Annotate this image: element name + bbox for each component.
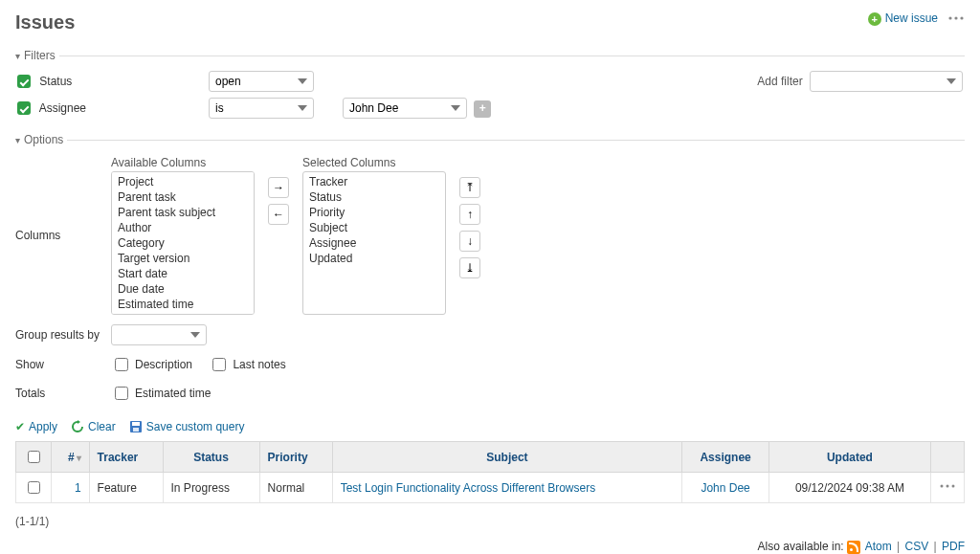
list-item[interactable]: Subject	[303, 220, 445, 235]
list-item[interactable]: Project	[112, 174, 254, 189]
col-header-assignee[interactable]: Assignee	[682, 442, 769, 473]
list-item[interactable]: Target version	[112, 251, 254, 266]
totals-label: Totals	[15, 387, 111, 400]
svg-point-0	[948, 17, 951, 20]
list-item[interactable]: Category	[112, 235, 254, 251]
export-prefix: Also available in:	[758, 540, 844, 553]
export-links: Also available in: Atom | CSV | PDF	[15, 540, 965, 554]
plus-circle-icon	[868, 12, 881, 26]
export-csv-link[interactable]: CSV	[905, 540, 929, 553]
pagination-info: (1-1/1)	[15, 515, 965, 528]
filter-enabled-check-icon[interactable]	[17, 101, 31, 115]
list-item[interactable]: Updated	[303, 251, 445, 266]
sort-desc-icon: ▾	[77, 453, 81, 463]
col-header-priority[interactable]: Priority	[259, 442, 332, 473]
clear-link[interactable]: Clear	[71, 420, 116, 433]
svg-point-6	[941, 485, 944, 488]
issue-id-link[interactable]: 1	[75, 481, 81, 495]
options-legend[interactable]: ▾Options	[15, 133, 67, 146]
svg-rect-5	[133, 428, 139, 432]
totals-estimated-time-option[interactable]: Estimated time	[111, 384, 211, 403]
available-columns-list[interactable]: ProjectParent taskParent task subjectAut…	[111, 171, 255, 315]
move-left-button[interactable]: ←	[268, 204, 289, 225]
filters-legend[interactable]: ▾Filters	[15, 49, 59, 62]
cell-tracker: Feature	[89, 473, 163, 503]
filter-operator-select[interactable]: is	[209, 98, 314, 119]
export-atom-link[interactable]: Atom	[865, 540, 892, 553]
table-row[interactable]: 1 Feature In Progress Normal Test Login …	[16, 473, 965, 503]
show-description-option[interactable]: Description	[111, 355, 192, 374]
list-item[interactable]: Author	[112, 220, 254, 235]
filter-value-select[interactable]: John Dee	[343, 98, 467, 119]
move-down-button[interactable]: ↓	[459, 231, 480, 252]
page-title: Issues	[15, 11, 75, 33]
group-results-select[interactable]	[111, 324, 207, 345]
row-actions-icon[interactable]	[939, 481, 956, 495]
svg-rect-4	[132, 422, 140, 426]
svg-point-7	[947, 485, 949, 488]
options-fieldset: ▾Options Columns Available Columns Proje…	[15, 133, 965, 407]
apply-link[interactable]: ✔Apply	[15, 420, 57, 433]
list-item[interactable]: Parent task	[112, 189, 254, 205]
move-right-button[interactable]: →	[268, 177, 289, 198]
show-description-checkbox[interactable]	[115, 358, 128, 371]
list-item[interactable]: Due date	[112, 281, 254, 297]
check-icon: ✔	[15, 420, 25, 433]
list-item[interactable]: Priority	[303, 205, 445, 220]
show-last-notes-option[interactable]: Last notes	[209, 355, 285, 374]
list-item[interactable]: Tracker	[303, 174, 445, 189]
cell-status: In Progress	[163, 473, 259, 503]
cell-updated: 09/12/2024 09:38 AM	[768, 473, 930, 503]
col-header-tracker[interactable]: Tracker	[89, 442, 163, 473]
assignee-link[interactable]: John Dee	[701, 481, 749, 495]
columns-label: Columns	[15, 229, 111, 242]
filter-field-label: Assignee	[39, 101, 86, 115]
save-query-link[interactable]: Save custom query	[129, 420, 245, 433]
group-results-label: Group results by	[15, 328, 111, 342]
selected-columns-title: Selected Columns	[302, 156, 446, 169]
list-item[interactable]: Total estimated time	[112, 312, 254, 315]
row-checkbox[interactable]	[28, 481, 40, 494]
col-header-updated[interactable]: Updated	[768, 442, 930, 473]
svg-point-8	[952, 485, 955, 488]
show-last-notes-checkbox[interactable]	[212, 358, 226, 371]
svg-point-2	[960, 17, 963, 20]
select-all-checkbox[interactable]	[28, 451, 40, 463]
list-item[interactable]: Estimated time	[112, 297, 254, 312]
svg-point-1	[954, 17, 957, 20]
cell-priority: Normal	[259, 473, 332, 503]
col-header-subject[interactable]: Subject	[332, 442, 682, 473]
selected-columns-list[interactable]: TrackerStatusPrioritySubjectAssigneeUpda…	[302, 171, 446, 315]
filters-fieldset: ▾Filters Status open Add filter Assignee…	[15, 49, 965, 125]
add-filter-select[interactable]	[810, 71, 963, 92]
move-bottom-button[interactable]: ⤓	[459, 257, 480, 278]
move-top-button[interactable]: ⤒	[459, 177, 480, 198]
list-item[interactable]: Start date	[112, 266, 254, 281]
list-item[interactable]: Status	[303, 189, 445, 205]
chevron-down-icon: ▾	[15, 51, 20, 61]
more-actions-icon[interactable]	[947, 11, 965, 25]
totals-estimated-time-checkbox[interactable]	[115, 387, 128, 400]
list-item[interactable]: Parent task subject	[112, 205, 254, 220]
col-header-status[interactable]: Status	[163, 442, 259, 473]
available-columns-title: Available Columns	[111, 156, 255, 169]
add-filter-label: Add filter	[757, 75, 802, 88]
issue-subject-link[interactable]: Test Login Functionality Across Differen…	[341, 481, 596, 495]
filter-enabled-check-icon[interactable]	[17, 75, 31, 88]
chevron-down-icon: ▾	[15, 135, 20, 145]
issues-table: #▾ Tracker Status Priority Subject Assig…	[15, 441, 965, 503]
save-icon	[129, 420, 143, 433]
new-issue-label: New issue	[885, 11, 938, 25]
export-pdf-link[interactable]: PDF	[942, 540, 965, 553]
move-up-button[interactable]: ↑	[459, 204, 480, 225]
show-label: Show	[15, 358, 111, 371]
col-header-id[interactable]: #▾	[52, 442, 90, 473]
add-value-icon[interactable]: +	[474, 100, 491, 118]
filter-operator-select[interactable]: open	[209, 71, 314, 92]
list-item[interactable]: Assignee	[303, 235, 445, 251]
new-issue-link[interactable]: New issue	[868, 11, 938, 26]
reload-icon	[71, 420, 84, 433]
filter-field-label: Status	[39, 75, 72, 88]
rss-icon	[847, 541, 860, 554]
